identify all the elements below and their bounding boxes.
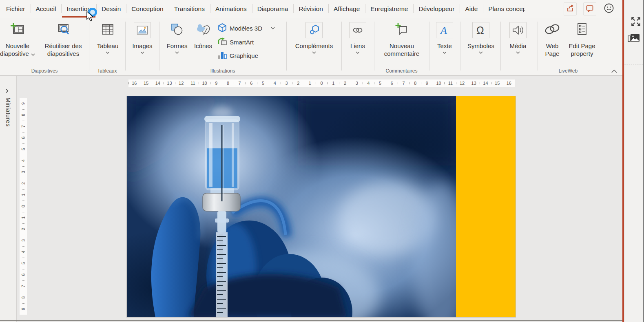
smartart-icon — [218, 37, 227, 47]
links-button[interactable]: Liens — [345, 20, 371, 71]
thumbnails-pane-collapsed[interactable]: Miniatures — [0, 76, 17, 322]
tab-label: Développeur — [418, 5, 454, 13]
ruler-number: 1 — [20, 189, 27, 201]
svg-text:A: A — [440, 24, 447, 36]
images-icon — [134, 22, 151, 38]
web-page-chain-icon — [544, 20, 561, 39]
ruler-number: 1 — [328, 79, 339, 87]
panel-divider — [624, 64, 643, 64]
addins-button[interactable]: Compléments — [291, 20, 337, 71]
ruler-number: 2 — [20, 223, 27, 235]
powerpoint-window: FichierAccueilInsertionDessinConceptionT… — [0, 0, 622, 322]
chart-icon — [218, 51, 227, 60]
tab-aide[interactable]: Aide — [460, 0, 483, 18]
ruler-number: 16 — [128, 79, 140, 87]
shapes-label: Formes — [167, 42, 188, 50]
table-button[interactable]: Tableau — [91, 20, 124, 71]
collapse-ribbon-button[interactable] — [609, 67, 619, 75]
images-button[interactable]: Images — [127, 20, 157, 71]
tab-label: Accueil — [36, 5, 56, 13]
feedback-button[interactable] — [603, 3, 615, 15]
tab-label: Dessin — [102, 5, 121, 13]
tab-développeur[interactable]: Développeur — [413, 0, 460, 18]
reuse-slides-button[interactable]: Réutiliser des diapositives — [40, 20, 86, 71]
thumbnails-pane-label: Miniatures — [5, 97, 11, 127]
tab-plans-concept[interactable]: Plans concept — [483, 0, 530, 18]
chevron-up-icon — [611, 69, 617, 73]
ruler-number: 6 — [386, 79, 398, 87]
link-icon — [349, 22, 366, 38]
duck-leaf-icon — [195, 20, 211, 39]
media-button[interactable]: Média — [504, 20, 532, 71]
web-page-button[interactable]: Web Page — [540, 20, 564, 71]
3d-model-icon — [218, 23, 227, 33]
tab-label: Fichier — [6, 5, 25, 13]
tab-transitions[interactable]: Transitions — [169, 0, 210, 18]
new-slide-label-2: diapositive — [0, 50, 29, 57]
ruler-number: 7 — [20, 121, 27, 132]
ruler-number: 12 — [175, 79, 187, 87]
share-button[interactable] — [564, 2, 577, 15]
chevron-down-icon — [479, 51, 483, 54]
images-panel-icon[interactable] — [627, 33, 640, 46]
text-button[interactable]: A Texte — [432, 20, 458, 71]
tab-affichage[interactable]: Affichage — [328, 0, 365, 18]
vertical-ruler[interactable]: 9876543210123456789 — [20, 98, 27, 315]
tab-dessin[interactable]: Dessin — [96, 0, 126, 18]
slide-image[interactable] — [127, 96, 456, 317]
ruler-number: 7 — [398, 79, 409, 87]
share-icon — [566, 4, 574, 14]
tab-diaporama[interactable]: Diaporama — [252, 0, 294, 18]
group-divider — [159, 22, 159, 71]
slide[interactable] — [127, 96, 516, 317]
expand-arrows-icon[interactable] — [631, 16, 641, 29]
models-3d-button[interactable]: Modèles 3D — [218, 22, 275, 34]
tab-révision[interactable]: Révision — [293, 0, 328, 18]
ruler-number: 1 — [304, 79, 316, 87]
omega-icon: Ω — [472, 22, 489, 38]
ruler-number: 3 — [20, 166, 27, 178]
edit-page-property-button[interactable]: Edit Page property — [565, 20, 599, 71]
slide-canvas-area: Miniatures 16151413121110987654321012345… — [0, 76, 622, 322]
ruler-number: 11 — [187, 79, 199, 87]
tab-enregistreme[interactable]: Enregistreme — [365, 0, 413, 18]
horizontal-ruler[interactable]: 1615141312111098765432101234567891011121… — [128, 79, 515, 87]
new-comment-button[interactable]: Nouveau commentaire — [376, 20, 427, 71]
group-divider — [460, 22, 460, 71]
reuse-slides-icon — [56, 20, 71, 39]
new-slide-button[interactable]: Nouvelle diapositive — [0, 20, 39, 71]
tab-conception[interactable]: Conception — [126, 0, 168, 18]
chart-button[interactable]: Graphique — [218, 50, 258, 61]
tab-label: Révision — [299, 5, 323, 13]
symbols-button[interactable]: Ω Symboles — [463, 20, 499, 71]
symbols-label: Symboles — [467, 42, 494, 50]
tab-label: Animations — [215, 5, 247, 13]
new-slide-label-1: Nouvelle — [0, 42, 35, 50]
tab-label: Affichage — [334, 5, 360, 13]
icons-button[interactable]: Icônes — [191, 20, 215, 71]
edit-page-label-2: property — [569, 50, 595, 57]
tab-accueil[interactable]: Accueil — [31, 0, 62, 18]
slide-accent-band[interactable] — [456, 96, 516, 317]
ruler-number: 15 — [140, 79, 152, 87]
ribbon: Diapositives Tableaux Illustrations Comm… — [0, 18, 622, 76]
web-page-label-1: Web — [545, 42, 559, 50]
new-slide-icon — [10, 20, 25, 39]
ruler-number: 4 — [269, 79, 281, 87]
smartart-button[interactable]: SmartArt — [218, 36, 254, 48]
ruler-number: 15 — [491, 79, 503, 87]
ruler-number: 5 — [257, 79, 269, 87]
addins-label: Compléments — [295, 42, 333, 50]
group-divider — [341, 22, 342, 71]
ruler-number: 14 — [152, 79, 164, 87]
shapes-button[interactable]: Formes — [163, 20, 191, 71]
ruler-number: 6 — [20, 132, 27, 143]
chevron-down-icon — [516, 51, 520, 54]
smiley-icon — [604, 3, 614, 15]
comment-button[interactable] — [583, 2, 596, 15]
tab-fichier[interactable]: Fichier — [1, 0, 31, 18]
ruler-number: 4 — [20, 155, 27, 166]
tab-animations[interactable]: Animations — [210, 0, 252, 18]
chevron-down-icon — [271, 27, 275, 29]
expand-thumbnails-icon[interactable] — [5, 88, 9, 95]
